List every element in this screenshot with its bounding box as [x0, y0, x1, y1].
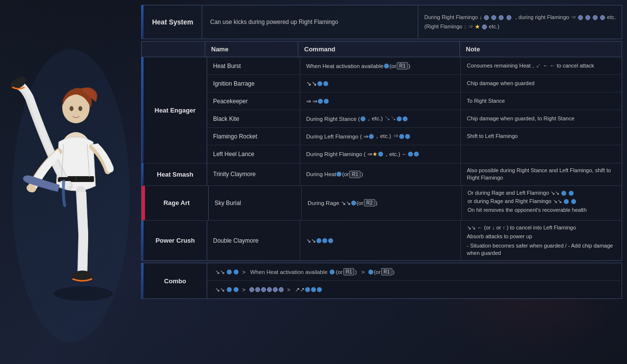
tc-c1 — [337, 172, 341, 177]
bk-c2 — [397, 116, 402, 121]
sb2-c1 — [561, 191, 566, 196]
star-icon: ★ — [475, 23, 480, 29]
peacekeeper-name: Peacekeeper — [207, 92, 300, 110]
svg-point-5 — [78, 106, 82, 111]
table-row: Peacekeeper ⇒ ⇒ To Right Stance — [207, 92, 622, 110]
combo2-c10 — [311, 287, 316, 292]
table-row: Left Heel Lance During Right Flamingo ( … — [207, 145, 622, 163]
heat-system-cmd1: During Right Flamingo ↓ ，during right Fl… — [424, 14, 616, 21]
rage-art-title: Rage Art — [145, 186, 209, 220]
power-crush-section: Power Crush Double Claymore ↘↘ ↘↘ ← (or … — [142, 221, 622, 261]
sky-burial-note-2: or during Rage and Right Flamingo ↘↘ — [468, 198, 577, 205]
tc-r1: R1 — [349, 171, 361, 178]
sky-burial-name: Sky Burial — [209, 186, 302, 220]
flamingo-rocket-note: Shift to Left Flamingo — [461, 128, 622, 145]
combo-row-1: ↘↘ > When Heat activation available (or … — [207, 263, 622, 281]
combo2-c9 — [305, 287, 310, 292]
sky-burial-note-1: Or during Rage and Left Flamingo ↘↘ — [468, 189, 575, 197]
heat-engager-title: Heat Engager — [144, 57, 207, 163]
combo1-c2 — [234, 270, 239, 274]
sb-c1 — [351, 201, 356, 205]
sb2-c2 — [569, 191, 574, 196]
heat-smash-rows: Trinity Claymore During Heat (or R1) Als… — [207, 163, 622, 185]
character-figure — [5, 0, 137, 352]
character-area — [0, 0, 142, 364]
power-crush-title: Power Crush — [144, 221, 207, 261]
black-kite-note: Chip damage when guarded, to Right Stanc… — [461, 110, 622, 127]
combo-rows: ↘↘ > When Heat activation available (or … — [207, 263, 622, 298]
sb-r2: R2 — [364, 199, 375, 206]
black-kite-command: During Right Stance ( ，etc.) ↘↘ — [300, 110, 461, 127]
double-claymore-command: ↘↘ — [300, 221, 461, 261]
combo-label: Combo — [144, 263, 207, 298]
combo2-c8 — [279, 287, 284, 292]
heat-system-label: Heat System — [144, 5, 202, 39]
r1-button: R1 — [397, 62, 408, 69]
dc-note-1: ↘↘ ← (or ↓ or ↑ ) to cancel into Left Fl… — [467, 224, 576, 231]
combo1-c1 — [227, 270, 232, 274]
cmd-circle-7 — [593, 15, 598, 20]
heat-burst-circle — [384, 64, 389, 68]
ign-c1 — [317, 81, 322, 86]
fr-c1 — [369, 134, 374, 139]
table-header: Name Command Note — [142, 42, 622, 57]
peacekeeper-command: ⇒ ⇒ — [300, 92, 461, 110]
svg-point-4 — [70, 106, 73, 111]
col-header-command: Command — [298, 42, 460, 57]
cmd-circle-8 — [600, 15, 605, 20]
combo1-c4 — [368, 270, 373, 274]
left-heel-lance-note — [461, 145, 622, 163]
bk-c3 — [403, 116, 408, 121]
table-row: Trinity Claymore During Heat (or R1) Als… — [207, 163, 622, 185]
double-claymore-note: ↘↘ ← (or ↓ or ↑ ) to cancel into Left Fl… — [461, 221, 622, 261]
table-row: Black Kite During Right Stance ( ，etc.) … — [207, 110, 622, 128]
combo2-c4 — [255, 287, 260, 292]
bk-c1 — [361, 116, 365, 121]
combo1-c3 — [330, 270, 335, 274]
black-kite-name: Black Kite — [207, 110, 300, 127]
trinity-claymore-command: During Heat (or R1) — [300, 163, 461, 185]
fr-c2 — [399, 134, 404, 139]
pk-c1 — [318, 99, 323, 104]
rage-art-rows: Sky Burial During Rage ↘↘ (or R2) Or dur… — [209, 186, 622, 220]
flamingo-rocket-name: Flamingo Rocket — [207, 128, 300, 145]
combo1-r1-1: R1 — [343, 268, 355, 275]
heat-engager-section: Heat Engager Heat Burst When Heat activa… — [142, 57, 622, 163]
sky-burial-note: Or during Rage and Left Flamingo ↘↘ or d… — [462, 186, 622, 220]
flamingo-rocket-command: During Left Flamingo ( ⇒ ，etc.) ⇒ — [300, 128, 461, 145]
lhl-star: ★ — [372, 151, 378, 158]
pk-c2 — [324, 99, 329, 104]
table-row: Heat Burst When Heat activation availabl… — [207, 57, 622, 75]
dc-c2 — [322, 238, 327, 243]
cmd-circle-4 — [506, 15, 511, 20]
cmd-circle-9 — [482, 24, 487, 29]
ign-c2 — [323, 81, 328, 86]
heat-system-description: Can use kicks during powered up Right Fl… — [202, 5, 418, 39]
ignition-arrow: ↘↘ — [306, 80, 317, 87]
combo-section: Combo ↘↘ > When Heat activation availabl… — [141, 263, 622, 299]
main-table: Name Command Note Heat Engager Heat Burs… — [141, 41, 622, 261]
power-crush-rows: Double Claymore ↘↘ ↘↘ ← (or ↓ or ↑ ) to … — [207, 221, 622, 261]
heat-system-cmd2: (Right Flamingo：⇒ ★ etc.) — [424, 23, 616, 30]
dc-note-3: - Situation becomes safer when guarded /… — [467, 242, 616, 257]
fr-c3 — [405, 134, 410, 139]
lhl-c2 — [408, 152, 413, 157]
heat-burst-name: Heat Burst — [207, 57, 300, 74]
lhl-c3 — [414, 152, 419, 157]
combo1-r1-2: R1 — [381, 268, 392, 275]
ignition-barrage-name: Ignition Barrage — [207, 75, 300, 92]
trinity-claymore-name: Trinity Claymore — [207, 163, 300, 185]
sb3-c2 — [571, 199, 576, 204]
heat-burst-note: Consumes remaining Heat，↙ ← ← to cancel … — [461, 57, 622, 74]
combo2-c1 — [227, 287, 232, 292]
sky-burial-note-3: On hit removes the opponent's recoverabl… — [468, 206, 587, 214]
heat-system-commands: During Right Flamingo ↓ ，during right Fl… — [418, 5, 622, 39]
combo2-c3 — [249, 287, 254, 292]
sky-burial-command: During Rage ↘↘ (or R2) — [302, 186, 462, 220]
table-row: Ignition Barrage ↘↘ Chip damage when gua… — [207, 75, 622, 92]
combo2-c7 — [273, 287, 278, 292]
rage-art-section: Rage Art Sky Burial During Rage ↘↘ (or R… — [142, 186, 622, 221]
heat-burst-command: When Heat activation available (or R1) — [300, 57, 461, 74]
col-header-section — [142, 42, 205, 57]
dc-c3 — [328, 238, 333, 243]
